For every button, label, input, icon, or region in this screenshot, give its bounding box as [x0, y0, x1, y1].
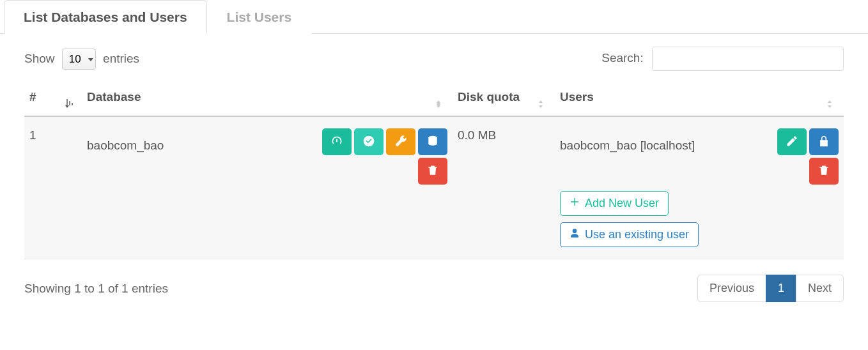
- panel: Show 10 entries Search: #: [0, 34, 868, 315]
- length-menu: Show 10 entries: [24, 49, 139, 70]
- length-prefix: Show: [24, 52, 55, 65]
- user-icon: [570, 228, 580, 241]
- database-icon: [426, 135, 439, 149]
- length-suffix: entries: [103, 52, 139, 65]
- svg-rect-0: [66, 99, 68, 105]
- search-label: Search:: [601, 51, 643, 65]
- add-new-user-label: Add New User: [585, 197, 659, 210]
- svg-marker-9: [539, 105, 543, 108]
- trash-icon: [426, 164, 439, 179]
- svg-marker-6: [437, 100, 440, 103]
- database-name: baobcom_bao: [87, 128, 164, 153]
- tab-list-users[interactable]: List Users: [207, 0, 312, 34]
- lock-user-button[interactable]: [809, 128, 839, 155]
- footer-row: Showing 1 to 1 of 1 entries Previous 1 N…: [24, 275, 844, 302]
- check-circle-icon: [362, 135, 375, 149]
- use-existing-user-label: Use an existing user: [585, 228, 689, 241]
- edit-icon: [786, 135, 798, 149]
- search-box: Search:: [601, 47, 844, 71]
- pager-next[interactable]: Next: [796, 275, 844, 302]
- svg-marker-11: [828, 105, 832, 108]
- col-header-num-label: #: [29, 90, 36, 103]
- cell-database: baobcom_bao: [82, 116, 453, 259]
- wrench-icon: [394, 135, 407, 149]
- check-button[interactable]: [354, 128, 384, 155]
- delete-database-button[interactable]: [418, 158, 447, 185]
- delete-user-button[interactable]: [809, 158, 839, 185]
- user-name: baobcom_bao [localhost]: [560, 128, 695, 153]
- tab-list-databases-and-users[interactable]: List Databases and Users: [4, 0, 207, 34]
- svg-rect-2: [72, 103, 73, 105]
- svg-marker-10: [828, 100, 832, 103]
- edit-user-button[interactable]: [777, 128, 807, 155]
- cell-users: baobcom_bao [localhost]: [555, 116, 844, 259]
- sort-icon: [538, 98, 548, 109]
- svg-marker-7: [437, 105, 440, 108]
- col-header-disk[interactable]: Disk quota: [453, 84, 555, 116]
- col-header-database-label: Database: [87, 90, 141, 103]
- col-header-users[interactable]: Users: [555, 84, 844, 116]
- database-button[interactable]: [418, 128, 447, 155]
- database-actions: [307, 128, 447, 185]
- add-new-user-button[interactable]: Add New User: [560, 191, 669, 216]
- sort-icon: [65, 98, 75, 109]
- pager-prev[interactable]: Previous: [697, 275, 766, 302]
- col-header-database[interactable]: Database: [82, 84, 453, 116]
- gauge-icon: [330, 135, 343, 149]
- search-input[interactable]: [652, 47, 844, 71]
- cell-num: 1: [24, 116, 82, 259]
- col-header-num[interactable]: #: [24, 84, 82, 116]
- pager: Previous 1 Next: [697, 275, 844, 302]
- cell-disk-quota: 0.0 MB: [453, 116, 555, 259]
- user-actions: [768, 128, 839, 185]
- svg-marker-3: [65, 105, 69, 108]
- svg-rect-1: [69, 101, 70, 105]
- trash-icon: [818, 164, 830, 179]
- table-row: 1 baobcom_bao: [24, 116, 844, 259]
- sort-icon: [436, 98, 446, 109]
- col-header-disk-label: Disk quota: [458, 90, 520, 103]
- use-existing-user-button[interactable]: Use an existing user: [560, 222, 699, 247]
- lock-icon: [818, 135, 830, 149]
- length-select[interactable]: 10: [62, 49, 96, 70]
- pager-page-1[interactable]: 1: [766, 275, 796, 302]
- data-table: # Database Disk quota: [24, 84, 844, 259]
- controls-row: Show 10 entries Search:: [24, 47, 844, 71]
- plus-icon: [570, 197, 580, 210]
- col-header-users-label: Users: [560, 90, 594, 103]
- tabs: List Databases and Users List Users: [0, 0, 868, 34]
- sort-icon: [827, 98, 837, 109]
- table-info: Showing 1 to 1 of 1 entries: [24, 282, 168, 296]
- repair-button[interactable]: [386, 128, 415, 155]
- svg-marker-8: [539, 100, 543, 103]
- dashboard-button[interactable]: [322, 128, 352, 155]
